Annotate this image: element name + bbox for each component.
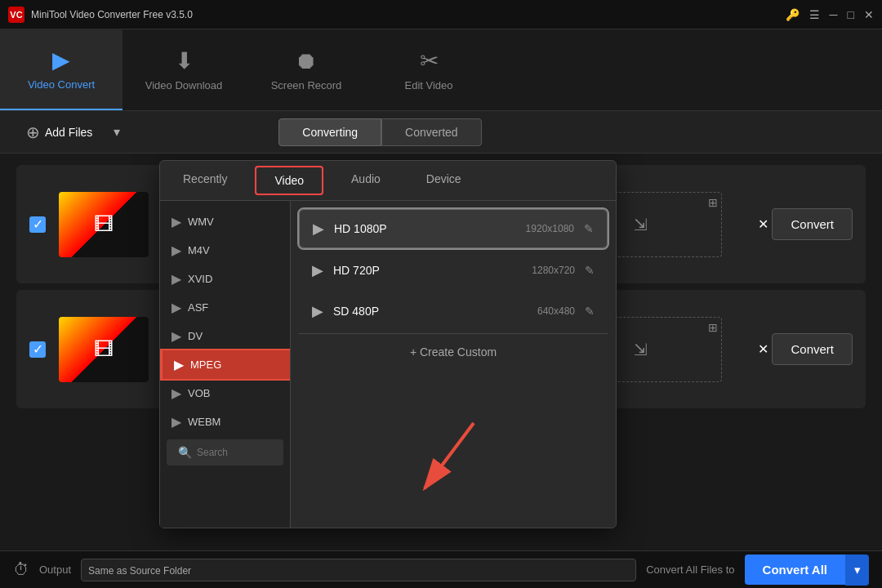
- add-files-label: Add Files: [45, 126, 92, 139]
- bottombar: ⏱ Output Same as Source Folder Convert A…: [0, 550, 882, 588]
- hd1080p-icon: ▶: [313, 220, 324, 238]
- titlebar: VC MiniTool Video Converter Free v3.5.0 …: [0, 0, 882, 29]
- hd720p-icon: ▶: [312, 261, 323, 279]
- search-icon: 🔍: [178, 446, 192, 459]
- tab-edit-video[interactable]: ✂ Edit Video: [368, 29, 490, 110]
- format-webm-label: WEBM: [188, 416, 220, 428]
- m4v-icon: ▶: [172, 243, 181, 258]
- panel-tab-bar: Recently Video Audio Device: [160, 161, 616, 201]
- hd720p-edit-icon[interactable]: ✎: [585, 264, 595, 277]
- format-m4v-label: M4V: [188, 244, 210, 256]
- clock-icon: ⏱: [13, 560, 29, 579]
- panel-tab-audio[interactable]: Audio: [328, 161, 403, 200]
- xvid-icon: ▶: [172, 271, 181, 287]
- sd480p-edit-icon[interactable]: ✎: [585, 305, 595, 318]
- format-mpeg[interactable]: ▶ MPEG: [160, 350, 290, 379]
- nav-tabs: ▶ Video Convert ⬇ Video Download ⏺ Scree…: [0, 29, 882, 111]
- tab-edit-video-label: Edit Video: [404, 79, 452, 91]
- format-wmv[interactable]: ▶ WMV: [160, 207, 290, 236]
- hd1080p-label: HD 1080P: [334, 222, 516, 235]
- hd720p-res: 1280x720: [532, 265, 575, 276]
- dv-icon: ▶: [172, 328, 181, 344]
- sd480p-icon: ▶: [312, 302, 323, 320]
- sd480p-label: SD 480P: [333, 305, 528, 318]
- asf-icon: ▶: [172, 300, 181, 315]
- quality-hd720p[interactable]: ▶ HD 720P 1280x720 ✎: [299, 252, 608, 289]
- output-path[interactable]: Same as Source Folder: [81, 559, 636, 581]
- minimize-icon[interactable]: ─: [830, 8, 838, 21]
- format-m4v[interactable]: ▶ M4V: [160, 236, 290, 265]
- format-webm[interactable]: ▶ WEBM: [160, 408, 290, 436]
- window-controls: 🔑 ☰ ─ □ ✕: [786, 8, 874, 21]
- toolbar: ⊕ Add Files ▾ Converting Converted: [0, 111, 882, 154]
- format-quality-list: ▶ HD 1080P 1920x1080 ✎ ▶ HD 720P 1280x72…: [291, 201, 616, 528]
- panel-tab-device[interactable]: Device: [403, 161, 484, 200]
- format-asf[interactable]: ▶ ASF: [160, 293, 290, 322]
- menu-icon[interactable]: ☰: [809, 8, 820, 21]
- hd720p-label: HD 720P: [333, 264, 522, 277]
- create-custom-button[interactable]: + Create Custom: [299, 333, 608, 370]
- webm-icon: ▶: [172, 414, 181, 430]
- converted-tab[interactable]: Converted: [381, 118, 482, 146]
- output-label: Output: [39, 564, 71, 576]
- wmv-icon: ▶: [172, 214, 181, 229]
- format-vob-label: VOB: [188, 387, 210, 399]
- format-dv-label: DV: [188, 330, 203, 342]
- vob-icon: ▶: [172, 385, 181, 401]
- tab-video-convert[interactable]: ▶ Video Convert: [0, 29, 122, 110]
- tab-switcher: Converting Converted: [278, 118, 481, 146]
- tab-video-download[interactable]: ⬇ Video Download: [122, 29, 245, 110]
- tab-video-download-label: Video Download: [145, 79, 222, 91]
- panel-tab-recently[interactable]: Recently: [160, 161, 250, 200]
- hd1080p-edit-icon[interactable]: ✎: [584, 222, 594, 235]
- convert-all-button[interactable]: Convert All: [745, 555, 845, 585]
- dropdown-overlay: Recently Video Audio Device ▶ WMV ▶ M4V: [0, 154, 882, 550]
- screen-record-icon: ⏺: [295, 47, 318, 74]
- add-files-dropdown[interactable]: ▾: [110, 121, 123, 143]
- app-icon: VC: [8, 7, 24, 23]
- format-asf-label: ASF: [188, 301, 208, 314]
- main-content: ✓ Source: Baby Target: Baby ⊞ ⇲ ✕ Conver…: [0, 154, 882, 550]
- tab-screen-record[interactable]: ⏺ Screen Record: [245, 29, 368, 110]
- quality-hd1080p[interactable]: ▶ HD 1080P 1920x1080 ✎: [299, 209, 608, 248]
- create-custom-label: + Create Custom: [410, 345, 497, 359]
- format-dv[interactable]: ▶ DV: [160, 322, 290, 350]
- converting-tab[interactable]: Converting: [278, 118, 381, 146]
- format-xvid[interactable]: ▶ XVID: [160, 265, 290, 293]
- video-convert-icon: ▶: [52, 47, 70, 74]
- mpeg-icon: ▶: [174, 357, 184, 372]
- format-xvid-label: XVID: [188, 273, 212, 285]
- convert-all-dropdown[interactable]: ▾: [845, 555, 869, 586]
- format-mpeg-label: MPEG: [190, 359, 221, 371]
- video-download-icon: ⬇: [175, 47, 194, 74]
- hd1080p-res: 1920x1080: [526, 223, 574, 234]
- sd480p-res: 640x480: [537, 305, 575, 317]
- search-input[interactable]: [197, 447, 278, 458]
- close-icon[interactable]: ✕: [864, 8, 874, 21]
- edit-video-icon: ✂: [420, 47, 439, 74]
- format-panel: Recently Video Audio Device ▶ WMV ▶ M4V: [159, 160, 617, 528]
- panel-body: ▶ WMV ▶ M4V ▶ XVID ▶ ASF: [160, 201, 616, 528]
- app-title: MiniTool Video Converter Free v3.5.0: [31, 9, 786, 20]
- tab-video-convert-label: Video Convert: [28, 78, 95, 91]
- format-wmv-label: WMV: [188, 216, 214, 228]
- settings-icon[interactable]: 🔑: [786, 8, 800, 21]
- format-vob[interactable]: ▶ VOB: [160, 379, 290, 408]
- maximize-icon[interactable]: □: [848, 8, 854, 21]
- format-search: 🔍: [167, 439, 283, 466]
- convert-all-files-label: Convert All Files to: [646, 564, 734, 576]
- add-files-button[interactable]: ⊕ Add Files: [16, 118, 102, 147]
- panel-tab-video[interactable]: Video: [255, 166, 323, 195]
- tab-screen-record-label: Screen Record: [271, 79, 342, 91]
- convert-all-wrapper: Convert All ▾: [745, 555, 869, 586]
- quality-sd480p[interactable]: ▶ SD 480P 640x480 ✎: [299, 292, 608, 330]
- format-sidebar: ▶ WMV ▶ M4V ▶ XVID ▶ ASF: [160, 201, 291, 528]
- add-icon: ⊕: [26, 122, 40, 142]
